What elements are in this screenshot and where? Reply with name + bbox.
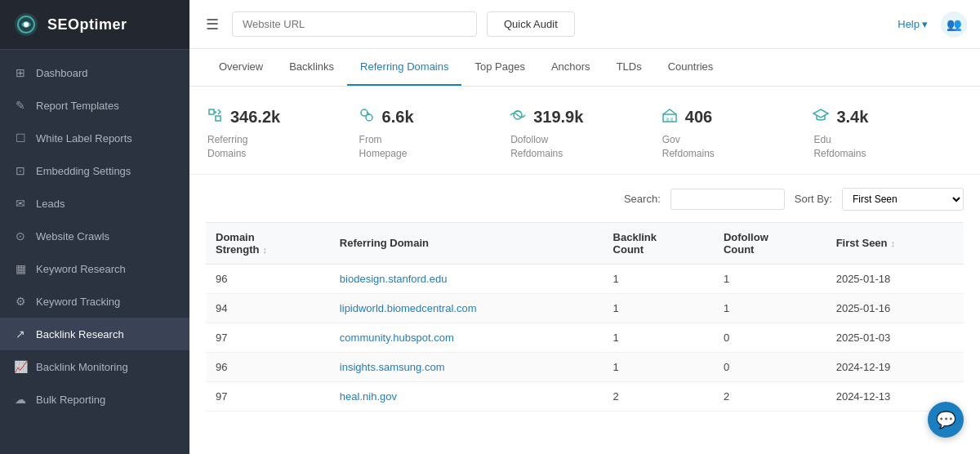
quick-audit-button[interactable]: Quick Audit — [487, 11, 575, 37]
cell-domain-2[interactable]: community.hubspot.com — [330, 323, 604, 352]
stat-value-row-from-homepage: 6.6k — [358, 106, 414, 128]
svg-rect-7 — [666, 118, 669, 122]
sidebar: SEOptimer ⊞ Dashboard ✎ Report Templates… — [0, 0, 189, 454]
stats-row: 346.2k ReferringDomains 6.6k FromHomepag… — [189, 87, 980, 175]
sidebar-item-keyword-research[interactable]: ▦ Keyword Research — [0, 252, 189, 285]
table-row: 96 biodesign.stanford.edu 1 1 2025-01-18 — [206, 264, 964, 293]
th-dofollow-count: DofollowCount — [714, 222, 826, 264]
cell-dofollow-4: 2 — [714, 381, 826, 411]
domain-link-0[interactable]: biodesign.stanford.edu — [340, 273, 448, 285]
domain-link-1[interactable]: lipidworld.biomedcentral.com — [340, 302, 477, 314]
sidebar-item-report-templates[interactable]: ✎ Report Templates — [0, 89, 189, 122]
th-first-seen[interactable]: First Seen↕ — [826, 222, 964, 264]
topbar: ☰ Quick Audit Help ▾ 👥 — [189, 0, 980, 49]
cell-domain-3[interactable]: insights.samsung.com — [330, 352, 604, 381]
keyword-research-icon: ▦ — [13, 261, 28, 276]
cell-backlink-1: 1 — [604, 293, 714, 323]
main-content: ☰ Quick Audit Help ▾ 👥 OverviewBacklinks… — [189, 0, 980, 454]
stat-icon-referring-domains — [206, 106, 224, 128]
table-section: Search: Sort By: First SeenDomain Streng… — [189, 175, 980, 412]
sidebar-item-white-label[interactable]: ☐ White Label Reports — [0, 122, 189, 154]
cell-dofollow-2: 0 — [714, 323, 826, 352]
search-label: Search: — [624, 193, 661, 205]
sidebar-label-backlink-monitoring: Backlink Monitoring — [36, 361, 128, 373]
embedding-icon: ⊡ — [13, 163, 28, 178]
stat-gov-refdomains: 406 GovRefdomains — [661, 106, 813, 161]
stat-value-dofollow-refdomains: 319.9k — [533, 108, 583, 127]
cell-domain-0[interactable]: biodesign.stanford.edu — [330, 264, 604, 293]
white-label-icon: ☐ — [13, 131, 28, 145]
stat-icon-gov-refdomains — [661, 106, 679, 128]
cell-strength-1: 94 — [206, 293, 330, 323]
bulk-reporting-icon: ☁ — [13, 392, 28, 407]
tab-tlds[interactable]: TLDs — [604, 49, 655, 86]
sort-label: Sort By: — [795, 193, 832, 205]
sort-arrow-icon: ↕ — [262, 245, 267, 255]
th-domain-strength[interactable]: DomainStrength↕ — [206, 222, 330, 264]
topbar-right: Help ▾ 👥 — [898, 11, 967, 38]
sidebar-item-backlink-monitoring[interactable]: 📈 Backlink Monitoring — [0, 350, 189, 383]
cell-backlink-3: 1 — [604, 352, 714, 381]
sidebar-label-website-crawls: Website Crawls — [36, 230, 109, 243]
sidebar-label-backlink-research: Backlink Research — [36, 328, 124, 340]
search-input[interactable] — [670, 189, 785, 210]
url-input[interactable] — [232, 11, 477, 37]
sidebar-item-keyword-tracking[interactable]: ⚙ Keyword Tracking — [0, 285, 189, 318]
logo-text: SEOptimer — [47, 16, 127, 33]
table-row: 97 heal.nih.gov 2 2 2024-12-13 — [206, 381, 964, 411]
table-header-row: DomainStrength↕Referring DomainBacklinkC… — [206, 222, 964, 264]
sidebar-item-backlink-research[interactable]: ↗ Backlink Research — [0, 318, 189, 350]
sidebar-item-dashboard[interactable]: ⊞ Dashboard — [0, 56, 189, 89]
domain-link-2[interactable]: community.hubspot.com — [340, 332, 454, 344]
tab-countries[interactable]: Countries — [655, 49, 727, 86]
cell-domain-1[interactable]: lipidworld.biomedcentral.com — [330, 293, 604, 323]
table-head: DomainStrength↕Referring DomainBacklinkC… — [206, 222, 964, 264]
sidebar-label-embedding: Embedding Settings — [36, 165, 131, 177]
tab-backlinks[interactable]: Backlinks — [276, 49, 347, 86]
cell-domain-4[interactable]: heal.nih.gov — [330, 381, 604, 411]
stat-value-referring-domains: 346.2k — [230, 108, 280, 127]
stat-value-from-homepage: 6.6k — [382, 108, 414, 127]
cell-strength-0: 96 — [206, 264, 330, 293]
stat-icon-dofollow-refdomains — [509, 106, 527, 128]
stat-icon-edu-refdomains — [812, 106, 830, 128]
sidebar-label-report-templates: Report Templates — [36, 100, 119, 112]
table-body: 96 biodesign.stanford.edu 1 1 2025-01-18… — [206, 264, 964, 411]
th-referring-domain: Referring Domain — [330, 222, 604, 264]
chat-button[interactable]: 💬 — [928, 402, 964, 438]
tab-top-pages[interactable]: Top Pages — [461, 49, 537, 86]
data-table: DomainStrength↕Referring DomainBacklinkC… — [206, 222, 964, 412]
stat-edu-refdomains: 3.4k EduRefdomains — [812, 106, 964, 161]
backlink-research-icon: ↗ — [13, 327, 28, 341]
help-button[interactable]: Help ▾ — [898, 18, 928, 30]
sidebar-nav: ⊞ Dashboard ✎ Report Templates ☐ White L… — [0, 50, 189, 454]
table-row: 94 lipidworld.biomedcentral.com 1 1 2025… — [206, 293, 964, 323]
tab-anchors[interactable]: Anchors — [538, 49, 604, 86]
domain-link-3[interactable]: insights.samsung.com — [340, 361, 445, 373]
table-row: 96 insights.samsung.com 1 0 2024-12-19 — [206, 352, 964, 381]
sidebar-item-bulk-reporting[interactable]: ☁ Bulk Reporting — [0, 383, 189, 416]
th-backlink-count: BacklinkCount — [604, 222, 714, 264]
sidebar-item-leads[interactable]: ✉ Leads — [0, 187, 189, 220]
stat-label-dofollow-refdomains: DofollowRefdomains — [509, 133, 563, 161]
content-area: OverviewBacklinksReferring DomainsTop Pa… — [189, 49, 980, 454]
stat-label-edu-refdomains: EduRefdomains — [812, 133, 866, 161]
cell-strength-4: 97 — [206, 381, 330, 411]
hamburger-icon[interactable]: ☰ — [203, 12, 222, 37]
domain-link-4[interactable]: heal.nih.gov — [340, 390, 397, 403]
cell-dofollow-3: 0 — [714, 352, 826, 381]
sidebar-item-embedding[interactable]: ⊡ Embedding Settings — [0, 154, 189, 187]
sidebar-label-leads: Leads — [36, 198, 65, 210]
sidebar-item-website-crawls[interactable]: ⊙ Website Crawls — [0, 220, 189, 252]
backlink-monitoring-icon: 📈 — [13, 359, 28, 374]
sort-select[interactable]: First SeenDomain StrengthBacklink CountD… — [842, 188, 964, 211]
website-crawls-icon: ⊙ — [13, 229, 28, 243]
cell-strength-2: 97 — [206, 323, 330, 352]
cell-first-seen-1: 2025-01-16 — [826, 293, 964, 323]
stat-value-gov-refdomains: 406 — [685, 108, 712, 127]
tab-overview[interactable]: Overview — [206, 49, 276, 86]
sort-arrow-icon: ↕ — [891, 238, 896, 248]
tab-referring-domains[interactable]: Referring Domains — [347, 49, 461, 86]
users-icon[interactable]: 👥 — [941, 11, 967, 38]
cell-first-seen-2: 2025-01-03 — [826, 323, 964, 352]
